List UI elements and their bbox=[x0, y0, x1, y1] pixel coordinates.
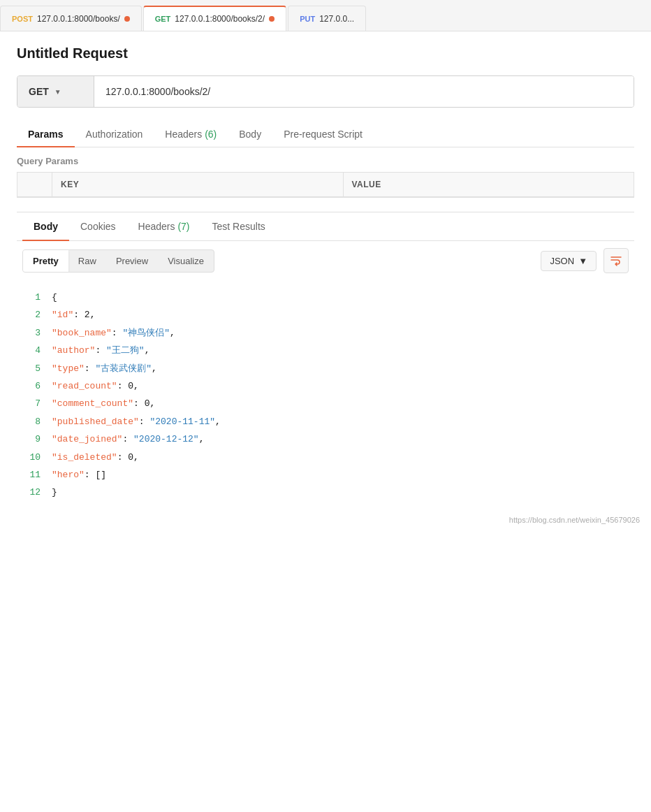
line-content: { bbox=[52, 289, 634, 305]
tab-body[interactable]: Body bbox=[228, 122, 272, 147]
line-number: 11 bbox=[17, 467, 52, 483]
line-content: "book_name": "神鸟侠侣", bbox=[52, 325, 634, 341]
line-number: 10 bbox=[17, 449, 52, 465]
json-line: 3 "book_name": "神鸟侠侣", bbox=[17, 324, 634, 342]
json-line: 6 "read_count": 0, bbox=[17, 377, 634, 395]
tab-headers-label: Headers (6) bbox=[165, 129, 217, 140]
resp-tab-test-results[interactable]: Test Results bbox=[201, 212, 277, 240]
resp-tab-cookies[interactable]: Cookies bbox=[69, 212, 127, 240]
line-number: 8 bbox=[17, 414, 52, 430]
response-section: Body Cookies Headers (7) Test Results Pr… bbox=[17, 212, 634, 510]
json-line: 8 "published_date": "2020-11-11", bbox=[17, 413, 634, 430]
tab-get-method: GET bbox=[155, 15, 171, 23]
format-tabs: Pretty Raw Preview Visualize bbox=[22, 249, 214, 273]
line-content: "type": "古装武侠剧", bbox=[52, 361, 634, 377]
resp-toolbar: Pretty Raw Preview Visualize JSON ▼ bbox=[17, 241, 634, 280]
method-selector[interactable]: GET ▼ bbox=[17, 76, 94, 107]
tab-get[interactable]: GET 127.0.0.1:8000/books/2/ bbox=[143, 6, 286, 31]
wrap-button[interactable] bbox=[604, 248, 629, 273]
format-tab-visualize[interactable]: Visualize bbox=[158, 250, 214, 272]
json-line: 5 "type": "古装武侠剧", bbox=[17, 360, 634, 377]
format-tab-raw[interactable]: Raw bbox=[68, 250, 106, 272]
line-content: "is_deleted": 0, bbox=[52, 449, 634, 465]
line-content: "comment_count": 0, bbox=[52, 396, 634, 412]
main-content: Untitled Request GET ▼ Params Authorizat… bbox=[0, 31, 651, 510]
resp-tab-headers[interactable]: Headers (7) bbox=[127, 212, 201, 240]
json-line: 7 "comment_count": 0, bbox=[17, 395, 634, 412]
line-content: "published_date": "2020-11-11", bbox=[52, 414, 634, 430]
format-tab-preview-label: Preview bbox=[116, 256, 148, 266]
resp-tab-body[interactable]: Body bbox=[22, 212, 69, 240]
line-number: 5 bbox=[17, 361, 52, 377]
request-title: Untitled Request bbox=[17, 45, 634, 61]
tab-bar: POST 127.0.0.1:8000/books/ GET 127.0.0.1… bbox=[0, 0, 651, 31]
params-table-header: KEY VALUE bbox=[17, 173, 634, 197]
json-line: 11 "hero": [] bbox=[17, 466, 634, 484]
line-content: "author": "王二狗", bbox=[52, 342, 634, 358]
tab-body-label: Body bbox=[239, 129, 261, 140]
method-label: GET bbox=[29, 86, 49, 97]
tab-params-label: Params bbox=[28, 129, 64, 140]
format-tab-visualize-label: Visualize bbox=[168, 256, 204, 266]
json-format-label: JSON bbox=[550, 256, 574, 266]
line-number: 4 bbox=[17, 342, 52, 358]
params-table: KEY VALUE bbox=[17, 172, 634, 198]
resp-tab-body-label: Body bbox=[34, 221, 58, 232]
watermark: https://blog.csdn.net/weixin_45679026 bbox=[0, 510, 651, 530]
line-content: "id": 2, bbox=[52, 307, 634, 323]
format-tab-raw-label: Raw bbox=[78, 256, 96, 266]
line-number: 12 bbox=[17, 484, 52, 500]
tab-params[interactable]: Params bbox=[17, 122, 75, 147]
json-line: 10 "is_deleted": 0, bbox=[17, 449, 634, 466]
json-viewer: 1{2 "id": 2,3 "book_name": "神鸟侠侣",4 "aut… bbox=[17, 280, 634, 510]
tab-put-url: 127.0.0... bbox=[319, 14, 354, 24]
params-key-header: KEY bbox=[52, 173, 344, 196]
tab-get-url: 127.0.0.1:8000/books/2/ bbox=[175, 14, 265, 24]
tab-put-method: PUT bbox=[300, 15, 315, 23]
line-number: 1 bbox=[17, 289, 52, 305]
format-tab-pretty[interactable]: Pretty bbox=[23, 250, 68, 272]
json-line: 1{ bbox=[17, 289, 634, 306]
response-tabs: Body Cookies Headers (7) Test Results bbox=[17, 212, 634, 241]
tab-get-dot bbox=[269, 16, 275, 22]
line-content: "read_count": 0, bbox=[52, 378, 634, 394]
tab-post-url: 127.0.0.1:8000/books/ bbox=[37, 14, 120, 24]
request-tabs: Params Authorization Headers (6) Body Pr… bbox=[17, 122, 634, 147]
resp-tab-test-results-label: Test Results bbox=[212, 221, 265, 232]
tab-authorization[interactable]: Authorization bbox=[75, 122, 154, 147]
tab-post[interactable]: POST 127.0.0.1:8000/books/ bbox=[0, 6, 142, 31]
tab-authorization-label: Authorization bbox=[86, 129, 143, 140]
format-tab-preview[interactable]: Preview bbox=[106, 250, 158, 272]
params-value-header: VALUE bbox=[344, 173, 634, 196]
chevron-down-icon: ▼ bbox=[54, 88, 61, 96]
chevron-down-icon: ▼ bbox=[578, 256, 587, 266]
json-format-selector[interactable]: JSON ▼ bbox=[541, 251, 597, 271]
query-params-label: Query Params bbox=[17, 147, 634, 172]
tab-put[interactable]: PUT 127.0.0... bbox=[288, 6, 366, 31]
resp-tab-headers-label: Headers (7) bbox=[138, 221, 190, 232]
line-content: "date_joined": "2020-12-12", bbox=[52, 431, 634, 447]
tab-pre-request-label: Pre-request Script bbox=[284, 129, 363, 140]
url-input[interactable] bbox=[94, 76, 634, 107]
json-line: 9 "date_joined": "2020-12-12", bbox=[17, 430, 634, 448]
line-content: } bbox=[52, 484, 634, 500]
tab-post-dot bbox=[124, 16, 130, 22]
resp-tab-cookies-label: Cookies bbox=[80, 221, 116, 232]
json-line: 2 "id": 2, bbox=[17, 306, 634, 324]
line-number: 3 bbox=[17, 325, 52, 341]
tab-post-method: POST bbox=[12, 15, 33, 23]
line-number: 6 bbox=[17, 378, 52, 394]
line-number: 2 bbox=[17, 307, 52, 323]
json-line: 12} bbox=[17, 484, 634, 501]
tab-pre-request[interactable]: Pre-request Script bbox=[272, 122, 374, 147]
format-tab-pretty-label: Pretty bbox=[33, 256, 59, 266]
json-line: 4 "author": "王二狗", bbox=[17, 342, 634, 359]
params-check-header bbox=[17, 173, 52, 196]
line-number: 7 bbox=[17, 396, 52, 412]
tab-headers[interactable]: Headers (6) bbox=[154, 122, 228, 147]
line-number: 9 bbox=[17, 431, 52, 447]
line-content: "hero": [] bbox=[52, 467, 634, 483]
url-bar: GET ▼ bbox=[17, 75, 634, 108]
